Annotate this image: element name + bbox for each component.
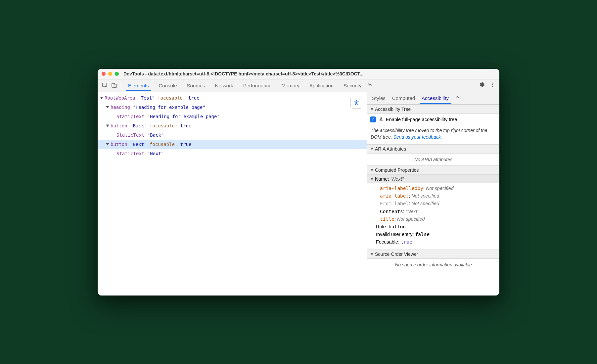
svg-point-6	[356, 100, 357, 101]
source-value: "Next"	[406, 209, 419, 214]
tab-performance[interactable]: Performance	[238, 80, 277, 91]
tab-elements[interactable]: Elements	[123, 80, 154, 91]
name-value: "Next"	[390, 176, 404, 182]
node-role: button	[111, 140, 127, 149]
more-tabs-icon[interactable]	[366, 81, 374, 90]
kebab-menu-icon[interactable]	[489, 81, 497, 90]
zoom-icon[interactable]	[115, 72, 119, 76]
source-key: title	[380, 216, 394, 222]
node-name: "Back"	[147, 130, 164, 140]
sidebar-pane: Styles Computed Accessibility Accessibil…	[367, 92, 499, 296]
experiment-flask-icon	[379, 117, 383, 122]
node-attr-key: focusable:	[150, 140, 177, 149]
accessibility-tree-pane: RootWebArea "Test" focusable: trueheadin…	[98, 92, 367, 296]
settings-icon[interactable]	[478, 80, 486, 90]
computed-name-sources: aria-labelledby: Not specifiedaria-label…	[367, 183, 499, 250]
section-computed-properties[interactable]: Computed Properties	[367, 165, 499, 175]
source-key: aria-labelledby	[380, 186, 423, 191]
section-title: Computed Properties	[375, 167, 419, 173]
device-toggle-icon[interactable]	[110, 81, 118, 89]
source-value: Not specified	[411, 193, 439, 199]
section-accessibility-tree[interactable]: Accessibility Tree	[367, 105, 499, 114]
tab-console[interactable]: Console	[154, 80, 182, 91]
name-source-row: aria-label: Not specified	[370, 192, 497, 200]
name-label: Name:	[375, 176, 389, 182]
node-attr-key: focusable:	[158, 93, 185, 103]
sidebar-tabs: Styles Computed Accessibility	[367, 92, 499, 105]
feedback-link[interactable]: Send us your feedback.	[393, 134, 442, 140]
source-order-empty-message: No source order information available	[367, 259, 499, 271]
svg-point-5	[492, 86, 493, 87]
tree-node[interactable]: StaticText "Heading for example page"	[98, 112, 367, 121]
node-name: "Heading for example page"	[147, 112, 220, 121]
source-key: From label	[380, 201, 409, 206]
tree-node[interactable]: button "Back" focusable: true	[98, 121, 367, 130]
tab-application[interactable]: Application	[304, 80, 339, 91]
computed-prop-row: Invalid user entry: false	[370, 231, 497, 238]
aria-empty-message: No ARIA attributes	[367, 154, 499, 165]
inspect-icon[interactable]	[101, 81, 109, 89]
svg-point-4	[492, 84, 493, 85]
disclosure-triangle-icon	[100, 96, 104, 100]
node-attr-val: true	[188, 93, 200, 103]
node-role: StaticText	[116, 149, 144, 158]
computed-name-row[interactable]: Name: "Next"	[367, 175, 499, 183]
disclosure-triangle-icon	[370, 168, 374, 172]
divider	[121, 82, 121, 89]
section-source-order[interactable]: Source Order Viewer	[367, 250, 499, 259]
sidetab-styles[interactable]: Styles	[369, 93, 389, 104]
a11y-notice: The accessibility tree moved to the top …	[367, 125, 499, 145]
tab-security[interactable]: Security	[339, 80, 366, 91]
name-source-row: title: Not specified	[370, 215, 497, 223]
node-role: button	[111, 121, 127, 130]
close-icon[interactable]	[102, 72, 106, 76]
panel-tabs: Elements Console Sources Network Perform…	[123, 80, 478, 91]
tree-node[interactable]: heading "Heading for example page"	[98, 103, 367, 112]
more-sidetabs-icon[interactable]	[452, 93, 463, 104]
section-title: ARIA Attributes	[375, 146, 406, 152]
node-name: "Heading for example page"	[133, 103, 205, 112]
window-title: DevTools - data:text/html;charset=utf-8,…	[123, 71, 495, 76]
section-title: Accessibility Tree	[375, 107, 411, 112]
node-attr-key: focusable:	[150, 121, 177, 130]
node-name: "Next"	[130, 140, 147, 149]
disclosure-triangle-icon	[370, 107, 374, 111]
tree-node[interactable]: button "Next" focusable: true	[98, 140, 367, 149]
accessibility-toggle-button[interactable]	[350, 97, 362, 109]
computed-prop-row: Focusable: true	[370, 238, 497, 246]
node-role: StaticText	[116, 130, 144, 140]
tree-node[interactable]: RootWebArea "Test" focusable: true	[98, 93, 367, 103]
source-value: Not specified	[397, 216, 425, 222]
section-title: Source Order Viewer	[375, 251, 418, 257]
tree-node[interactable]: StaticText "Back"	[98, 130, 367, 140]
checkbox-checked-icon[interactable]: ✓	[370, 116, 376, 122]
name-source-row: aria-labelledby: Not specified	[370, 185, 497, 192]
tab-sources[interactable]: Sources	[182, 80, 210, 91]
disclosure-triangle-icon	[106, 105, 110, 109]
node-name: "Test"	[138, 93, 155, 103]
sidetab-accessibility[interactable]: Accessibility	[418, 93, 452, 104]
disclosure-triangle-icon	[370, 177, 374, 181]
node-name: "Back"	[130, 121, 147, 130]
name-source-row: Contents: "Next"	[370, 208, 497, 215]
disclosure-triangle-icon	[370, 147, 374, 151]
tab-memory[interactable]: Memory	[277, 80, 304, 91]
node-role: RootWebArea	[105, 93, 135, 103]
source-key: aria-label	[380, 193, 409, 199]
node-role: heading	[111, 103, 130, 112]
content-area: RootWebArea "Test" focusable: trueheadin…	[98, 92, 499, 296]
computed-prop-row: Role: button	[370, 223, 497, 231]
devtools-window: DevTools - data:text/html;charset=utf-8,…	[98, 69, 499, 296]
source-value: Not specified	[426, 186, 454, 191]
main-toolbar: Elements Console Sources Network Perform…	[98, 79, 499, 92]
sidetab-computed[interactable]: Computed	[389, 93, 418, 104]
enable-a11y-tree-checkbox-row[interactable]: ✓ Enable full-page accessibility tree	[367, 114, 499, 125]
section-aria-attributes[interactable]: ARIA Attributes	[367, 144, 499, 154]
svg-point-3	[492, 83, 493, 84]
svg-rect-2	[114, 84, 116, 88]
tree-node[interactable]: StaticText "Next"	[98, 149, 367, 158]
minimize-icon[interactable]	[108, 72, 112, 76]
source-value: Not specified	[411, 201, 439, 206]
tab-network[interactable]: Network	[210, 80, 238, 91]
traffic-lights	[102, 72, 119, 76]
